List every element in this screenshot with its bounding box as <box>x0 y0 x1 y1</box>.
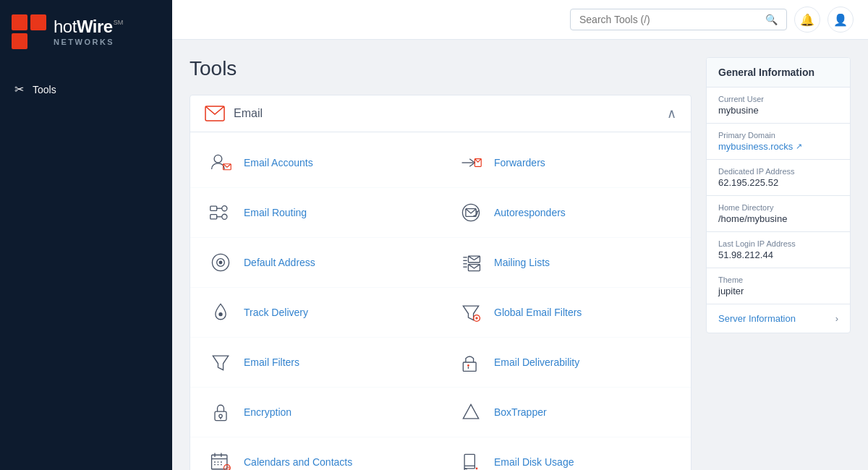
home-directory-label: Home Directory <box>718 203 838 212</box>
home-directory-value: /home/mybusine <box>718 213 838 224</box>
default-address-icon <box>208 249 234 275</box>
global-email-filters-item[interactable]: Global Email Filters <box>441 288 691 338</box>
svg-text:@: @ <box>226 466 231 470</box>
email-routing-label: Email Routing <box>244 207 307 218</box>
dedicated-ip-label: Dedicated IP Address <box>718 167 838 176</box>
home-directory-row: Home Directory /home/mybusine <box>707 196 850 232</box>
svg-point-30 <box>467 364 469 367</box>
boxtrapper-label: BoxTrapper <box>494 406 547 418</box>
server-info-row[interactable]: Server Information › <box>707 304 850 333</box>
general-info-card: General Information Current User mybusin… <box>706 57 851 333</box>
forwarders-label: Forwarders <box>494 157 545 168</box>
svg-rect-35 <box>212 455 227 469</box>
email-filters-label: Email Filters <box>244 356 299 368</box>
svg-point-22 <box>218 312 222 316</box>
logo-networks: NETWORKS <box>54 38 123 46</box>
external-link-icon: ↗ <box>796 142 802 151</box>
tools-grid: Email Accounts Forwarders <box>190 132 691 470</box>
user-icon: 👤 <box>833 13 848 27</box>
encryption-label: Encryption <box>244 406 292 418</box>
default-address-item[interactable]: Default Address <box>190 238 441 288</box>
user-menu-button[interactable]: 👤 <box>827 7 854 33</box>
general-info-title: General Information <box>707 58 850 87</box>
autoresponders-label: Autoresponders <box>494 207 566 218</box>
sidebar-item-tools-label: Tools <box>33 84 56 95</box>
email-disk-usage-item[interactable]: Email Disk Usage <box>441 437 691 470</box>
calendars-contacts-icon: @ <box>208 449 234 470</box>
mailing-lists-label: Mailing Lists <box>494 257 550 268</box>
chevron-right-icon: › <box>835 313 838 324</box>
sidebar-nav: ✂ Tools <box>0 67 172 112</box>
email-accounts-icon <box>208 150 234 176</box>
sidebar: hotWire SM NETWORKS ✂ Tools <box>0 0 172 470</box>
current-user-label: Current User <box>718 95 838 103</box>
autoresponders-icon <box>458 200 484 226</box>
theme-label: Theme <box>718 275 838 284</box>
svg-point-1 <box>214 155 222 163</box>
theme-row: Theme jupiter <box>707 268 850 304</box>
last-login-label: Last Login IP Address <box>718 239 838 248</box>
email-deliverability-item[interactable]: Email Deliverability <box>441 338 691 388</box>
current-user-row: Current User mybusine <box>707 87 850 124</box>
email-disk-usage-label: Email Disk Usage <box>494 456 574 468</box>
svg-point-49 <box>476 468 478 470</box>
email-routing-item[interactable]: Email Routing <box>190 188 441 238</box>
email-section-collapse-icon[interactable]: ∧ <box>667 106 676 121</box>
forwarders-icon <box>458 150 484 176</box>
left-panel: Tools Email ∧ <box>190 57 692 470</box>
logo-hot: hotWire <box>54 17 113 36</box>
email-filters-item[interactable]: Email Filters <box>190 338 441 388</box>
email-accounts-item[interactable]: Email Accounts <box>190 138 441 188</box>
svg-marker-27 <box>213 356 228 370</box>
mailing-lists-icon <box>458 249 484 275</box>
svg-point-11 <box>462 204 479 221</box>
track-delivery-icon <box>208 299 234 325</box>
dedicated-ip-value: 62.195.225.52 <box>718 177 838 188</box>
svg-marker-34 <box>463 404 478 419</box>
encryption-icon <box>208 399 234 425</box>
svg-rect-28 <box>463 362 476 371</box>
boxtrapper-icon <box>458 399 484 425</box>
track-delivery-item[interactable]: Track Delivery <box>190 288 441 338</box>
email-accounts-label: Email Accounts <box>244 157 313 168</box>
notifications-button[interactable]: 🔔 <box>794 7 820 33</box>
mailing-lists-item[interactable]: Mailing Lists <box>441 238 691 288</box>
track-delivery-label: Track Delivery <box>244 307 308 318</box>
last-login-row: Last Login IP Address 51.98.212.44 <box>707 232 850 268</box>
email-deliverability-icon <box>458 349 484 375</box>
right-panel: General Information Current User mybusin… <box>706 57 851 333</box>
primary-domain-row: Primary Domain mybusiness.rocks ↗ <box>707 124 850 160</box>
search-bar[interactable]: 🔍 <box>570 9 787 30</box>
primary-domain-value[interactable]: mybusiness.rocks ↗ <box>718 141 838 152</box>
logo-sm: SM <box>114 20 124 27</box>
calendars-contacts-item[interactable]: @ Calendars and Contacts <box>190 437 441 470</box>
current-user-value: mybusine <box>718 105 838 116</box>
page-title: Tools <box>190 57 692 80</box>
email-disk-usage-icon <box>458 449 484 470</box>
svg-point-15 <box>219 261 222 264</box>
bell-icon: 🔔 <box>800 13 814 27</box>
encryption-item[interactable]: Encryption <box>190 388 441 437</box>
theme-value: jupiter <box>718 286 838 296</box>
svg-rect-5 <box>210 206 217 210</box>
calendars-contacts-label: Calendars and Contacts <box>244 456 352 468</box>
email-card: Email ∧ <box>190 95 692 470</box>
forwarders-item[interactable]: Forwarders <box>441 138 691 188</box>
svg-point-8 <box>222 214 227 219</box>
svg-point-32 <box>219 414 222 417</box>
svg-rect-6 <box>210 215 217 219</box>
content-area: Tools Email ∧ <box>172 40 868 470</box>
autoresponders-item[interactable]: Autoresponders <box>441 188 691 238</box>
sidebar-item-tools[interactable]: ✂ Tools <box>0 74 172 105</box>
search-icon: 🔍 <box>765 14 778 25</box>
boxtrapper-item[interactable]: BoxTrapper <box>441 388 691 437</box>
primary-domain-label: Primary Domain <box>718 131 838 140</box>
email-section-label: Email <box>234 107 263 120</box>
email-filters-icon <box>208 349 234 375</box>
search-input[interactable] <box>579 14 760 25</box>
email-deliverability-label: Email Deliverability <box>494 356 579 368</box>
logo-text: hotWire SM NETWORKS <box>54 17 123 46</box>
logo-icon <box>12 14 46 49</box>
server-info-label: Server Information <box>718 313 796 324</box>
logo-area: hotWire SM NETWORKS <box>0 0 172 67</box>
